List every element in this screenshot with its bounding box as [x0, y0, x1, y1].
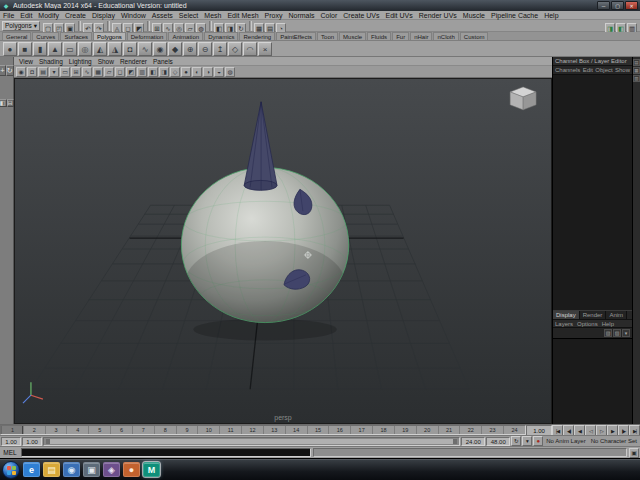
ipr-render-icon[interactable]: ▤ — [265, 23, 275, 33]
ie-icon[interactable]: e — [23, 462, 40, 477]
channel-list-empty[interactable] — [553, 75, 632, 310]
maximize-button[interactable]: ▢ — [611, 1, 624, 10]
layer-options-button[interactable]: ▾ — [622, 329, 630, 337]
textured-mode-icon[interactable]: ◐ — [192, 67, 202, 77]
command-line-input[interactable] — [21, 448, 311, 457]
select-by-component-icon[interactable]: ◩ — [134, 23, 144, 33]
channel-box-menu-item[interactable]: Edit — [583, 67, 593, 73]
new-empty-layer-button[interactable]: ▧ — [604, 329, 612, 337]
attribute-editor-tab[interactable]: ▤ — [633, 59, 640, 66]
sphere-object[interactable] — [181, 167, 348, 324]
start-button[interactable] — [2, 461, 20, 479]
menu-item[interactable]: Normals — [285, 12, 317, 19]
poly-sphere-icon[interactable]: ● — [3, 42, 17, 56]
shelf-tab[interactable]: Toon — [317, 32, 338, 40]
separator[interactable] — [209, 21, 212, 31]
bevel-icon[interactable]: ◇ — [228, 42, 242, 56]
animation-start-field[interactable]: 1.00 — [1, 437, 21, 446]
multi-cut-icon[interactable]: × — [258, 42, 272, 56]
safe-action-icon[interactable]: ◧ — [148, 67, 158, 77]
input-connections-icon[interactable]: ◧ — [214, 23, 224, 33]
menu-item[interactable]: Pipeline Cache — [488, 12, 541, 19]
output-connections-icon[interactable]: ◨ — [225, 23, 235, 33]
panel-menu-item[interactable]: Shading — [36, 58, 66, 65]
menu-item[interactable]: Create UVs — [340, 12, 382, 19]
layer-editor-menu-item[interactable]: Layers — [555, 321, 573, 327]
extrude-icon[interactable]: ↥ — [213, 42, 227, 56]
script-editor-icon[interactable]: ▣ — [629, 448, 639, 458]
safe-title-icon[interactable]: ◨ — [159, 67, 169, 77]
snap-to-point-icon[interactable]: ◎ — [174, 23, 184, 33]
view-cube[interactable] — [510, 87, 536, 110]
persp-graph-layout-button[interactable]: ⊟ — [7, 99, 14, 107]
camera-attributes-icon[interactable]: ▤ — [38, 67, 48, 77]
separator[interactable] — [249, 21, 252, 31]
menu-item[interactable]: Edit — [17, 12, 35, 19]
shelf-tab[interactable]: General — [2, 32, 31, 40]
shelf-tab[interactable]: Animation — [168, 32, 203, 40]
media-app-icon[interactable]: ◉ — [63, 462, 80, 477]
film-gate-icon[interactable]: ▱ — [104, 67, 114, 77]
range-slider[interactable] — [43, 437, 460, 446]
move-tool[interactable]: + — [0, 65, 6, 76]
shelf-tab[interactable]: Surfaces — [60, 32, 92, 40]
snap-to-grid-icon[interactable]: ⊞ — [152, 23, 162, 33]
layer-editor-menu-item[interactable]: Options — [577, 321, 598, 327]
menu-item[interactable]: Edit UVs — [382, 12, 415, 19]
layer-editor-menu-item[interactable]: Help — [602, 321, 614, 327]
anim-layer-selector[interactable]: No Anim Layer — [544, 438, 587, 444]
explorer-icon[interactable]: ▤ — [43, 462, 60, 477]
lock-camera-icon[interactable]: ◘ — [27, 67, 37, 77]
shadows-icon[interactable]: ◒ — [214, 67, 224, 77]
poly-pyramid-icon[interactable]: ◮ — [108, 42, 122, 56]
layer-list[interactable] — [553, 338, 632, 424]
viewport-canvas[interactable] — [15, 79, 551, 423]
combine-icon[interactable]: ⊕ — [183, 42, 197, 56]
bridge-icon[interactable]: ◠ — [243, 42, 257, 56]
menu-item[interactable]: Color — [318, 12, 341, 19]
select-by-hierarchy-icon[interactable]: ◬ — [112, 23, 122, 33]
layer-editor-tab[interactable]: Render — [580, 311, 607, 319]
channel-box-menu-item[interactable]: Channels — [555, 67, 580, 73]
separate-icon[interactable]: ⊖ — [198, 42, 212, 56]
gate-mask-icon[interactable]: ◩ — [126, 67, 136, 77]
separator[interactable] — [78, 21, 81, 31]
persp-outliner-layout-button[interactable]: ◧ — [0, 99, 7, 107]
shelf-tab[interactable]: Rendering — [239, 32, 275, 40]
render-settings-icon[interactable]: ◔ — [276, 23, 286, 33]
playback-end-field[interactable]: 24.00 — [461, 437, 485, 446]
playback-start-field[interactable]: 1.00 — [22, 437, 42, 446]
grease-pencil-icon[interactable]: ∿ — [82, 67, 92, 77]
xray-icon[interactable]: ◍ — [225, 67, 235, 77]
range-handle-left[interactable] — [46, 439, 50, 444]
menu-item[interactable]: File — [0, 12, 17, 19]
shelf-tab[interactable]: nCloth — [433, 32, 458, 40]
snap-to-plane-icon[interactable]: ▱ — [185, 23, 195, 33]
time-slider[interactable]: 123456789101112131415161718192021222324 — [0, 425, 526, 435]
taskbar-app-icon[interactable]: ▣ — [83, 462, 100, 477]
auto-keyframe-button[interactable]: ● — [533, 436, 543, 446]
shelf-tab[interactable]: Muscle — [339, 32, 366, 40]
new-scene-icon[interactable]: ▢ — [43, 23, 53, 33]
panel-menu-item[interactable]: View — [16, 58, 36, 65]
minimize-button[interactable]: ─ — [597, 1, 610, 10]
rotate-tool[interactable]: ↻ — [6, 65, 14, 76]
menu-item[interactable]: Muscle — [460, 12, 488, 19]
poly-cone-icon[interactable]: ▲ — [48, 42, 62, 56]
render-current-frame-icon[interactable]: ▦ — [254, 23, 264, 33]
select-by-object-icon[interactable]: ◻ — [123, 23, 133, 33]
open-scene-icon[interactable]: ◰ — [54, 23, 64, 33]
layer-editor-tab[interactable]: Display — [553, 311, 580, 319]
new-layer-from-selected-button[interactable]: ▨ — [613, 329, 621, 337]
lights-icon[interactable]: ◑ — [203, 67, 213, 77]
sidebar-attribute-editor-icon[interactable]: ◨ — [605, 23, 615, 33]
poly-prism-icon[interactable]: ◭ — [93, 42, 107, 56]
panel-menu-item[interactable]: Panels — [150, 58, 176, 65]
maya-taskbar-icon[interactable]: M — [143, 462, 160, 477]
poly-cube-icon[interactable]: ■ — [18, 42, 32, 56]
poly-helix-icon[interactable]: ∿ — [138, 42, 152, 56]
playback-options-button[interactable]: ▾ — [522, 436, 532, 446]
character-set-selector[interactable]: No Character Set — [589, 438, 639, 444]
menu-set-dropdown[interactable]: Polygons ▾ — [2, 21, 40, 31]
undo-icon[interactable]: ↶ — [83, 23, 93, 33]
